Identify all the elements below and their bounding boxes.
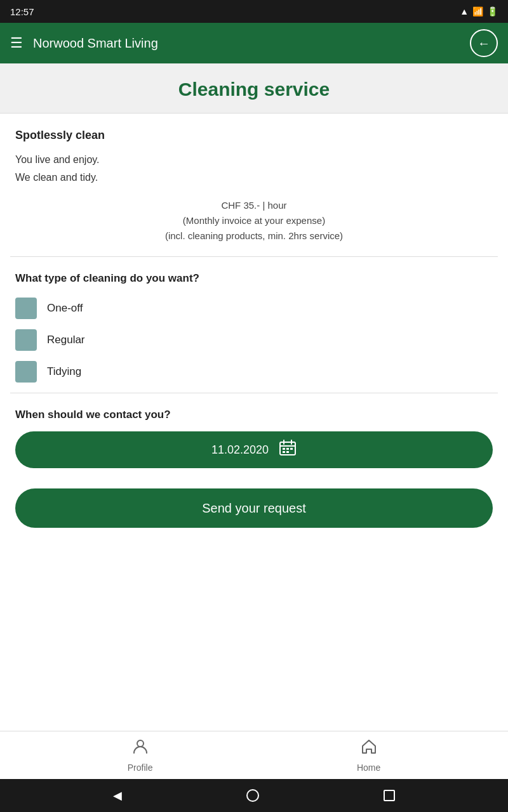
svg-rect-4 (283, 448, 285, 450)
wifi-icon: ▲ (460, 6, 469, 16)
home-nav-label: Home (357, 763, 380, 773)
pricing-line2: (Monthly invoice at your expense) (15, 213, 493, 228)
contact-section: When should we contact you? 11.02.2020 (0, 393, 508, 468)
battery-icon: 🔋 (487, 6, 498, 16)
time-display: 12:57 (10, 6, 34, 17)
cleaning-question: What type of cleaning do you want? (15, 272, 493, 285)
profile-nav-label: Profile (128, 763, 153, 773)
content-spacer (0, 543, 508, 670)
app-bar-left: ☰ Norwood Smart Living (10, 35, 158, 51)
page-header: Cleaning service (0, 63, 508, 114)
app-bar-title: Norwood Smart Living (33, 36, 158, 51)
date-picker-button[interactable]: 11.02.2020 (15, 431, 493, 468)
profile-icon (131, 738, 149, 760)
send-request-button[interactable]: Send your request (15, 488, 493, 528)
checkbox-label-tidying: Tidying (47, 365, 81, 378)
cleaning-type-section: What type of cleaning do you want? One-o… (0, 257, 508, 383)
svg-point-9 (137, 740, 144, 747)
pricing-line3: (incl. cleaning products, min. 2hrs serv… (15, 228, 493, 244)
android-back-button[interactable]: ◀ (113, 789, 122, 802)
checkbox-label-regular: Regular (47, 334, 85, 346)
checkbox-regular[interactable]: Regular (15, 329, 493, 351)
home-icon (360, 738, 378, 760)
status-bar: 12:57 ▲ 📶 🔋 (0, 0, 508, 23)
intro-line2: We clean and tidy. (15, 170, 493, 185)
send-btn-section: Send your request (0, 468, 508, 543)
checkbox-one-off[interactable]: One-off (15, 298, 493, 319)
contact-question: When should we contact you? (15, 409, 493, 421)
checkbox-tidying[interactable]: Tidying (15, 361, 493, 383)
page-title: Cleaning service (10, 79, 498, 100)
svg-rect-5 (286, 448, 289, 450)
status-icons: ▲ 📶 🔋 (460, 6, 498, 16)
hamburger-menu-icon[interactable]: ☰ (10, 35, 23, 51)
android-recents-button[interactable] (384, 790, 395, 801)
android-home-button[interactable] (246, 789, 259, 802)
nav-item-home[interactable]: Home (357, 738, 380, 773)
intro-line1: You live and enjoy. (15, 152, 493, 167)
intro-section: Spotlessly clean You live and enjoy. We … (0, 114, 508, 185)
signal-icon: 📶 (472, 6, 483, 16)
checkbox-label-one-off: One-off (47, 302, 83, 315)
back-arrow-icon: ← (478, 36, 490, 51)
bottom-nav: Profile Home (0, 731, 508, 779)
checkbox-box-regular (15, 329, 37, 351)
main-content: Cleaning service Spotlessly clean You li… (0, 63, 508, 731)
checkbox-box-tidying (15, 361, 37, 383)
section-heading: Spotlessly clean (15, 129, 493, 142)
pricing-line1: CHF 35.- | hour (15, 198, 493, 213)
back-button[interactable]: ← (470, 29, 498, 57)
calendar-icon (279, 439, 297, 461)
nav-item-profile[interactable]: Profile (128, 738, 153, 773)
android-nav-bar: ◀ (0, 779, 508, 812)
svg-rect-6 (290, 448, 293, 450)
selected-date: 11.02.2020 (211, 443, 269, 457)
svg-rect-8 (286, 451, 289, 453)
svg-rect-7 (283, 451, 285, 453)
app-bar: ☰ Norwood Smart Living ← (0, 23, 508, 63)
checkbox-box-one-off (15, 298, 37, 319)
pricing-section: CHF 35.- | hour (Monthly invoice at your… (0, 188, 508, 256)
